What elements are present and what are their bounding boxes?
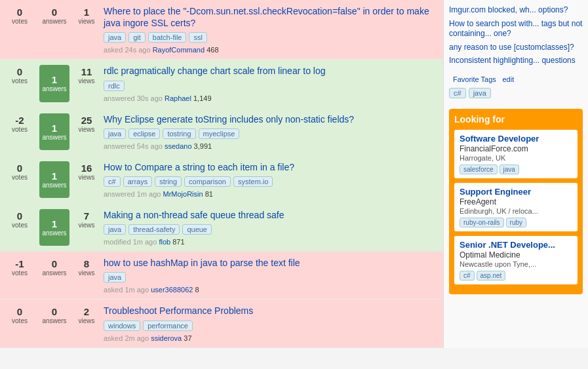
job-tag[interactable]: java [500, 165, 519, 174]
question-meta: modified 1m ago flob 871 [104, 238, 435, 246]
vote-label: votes [12, 222, 28, 229]
related-link[interactable]: Inconsistent highlighting... questions [449, 56, 583, 66]
user-rep: 468 [206, 46, 218, 54]
tag[interactable]: git [128, 32, 146, 43]
vote-stats: 0 votes [4, 209, 35, 246]
vote-count: 0 votes [12, 7, 28, 25]
user-rep: 871 [172, 238, 184, 246]
meta-action: answered 54s ago [104, 142, 165, 150]
vote-count: 0 votes [12, 306, 28, 324]
question-title[interactable]: How to Compare a string to each item in … [104, 161, 435, 173]
question-row: 0 votes 1 answers 16 views How to Compar… [0, 156, 443, 204]
question-title[interactable]: how to use hashMap in java to parse the … [104, 257, 435, 269]
tag[interactable]: java [104, 128, 126, 139]
question-user[interactable]: ssedano [165, 142, 192, 150]
fav-tags-title: Favorite Tags [453, 75, 496, 83]
job-tag[interactable]: asp.net [477, 271, 506, 281]
question-user[interactable]: Raphael [165, 94, 191, 102]
answer-count: 0 [52, 7, 57, 18]
job-item: Senior .NET Develope... Optimal Medicine… [454, 236, 578, 284]
answers-label: answers [42, 182, 66, 189]
job-item: Support Engineer FreeAgent Edinburgh, UK… [454, 183, 578, 231]
tag[interactable]: batch-file [148, 32, 187, 43]
job-tags: c#asp.net [460, 271, 572, 281]
tag[interactable]: ssl [189, 32, 206, 43]
tag[interactable]: thread-safety [128, 224, 180, 235]
question-title[interactable]: rdlc pragmatically change chart scale fr… [104, 65, 435, 77]
views-label: views [78, 77, 94, 85]
job-item: Software Developer FinancialForce.com Ha… [454, 130, 578, 178]
tag[interactable]: windows [104, 320, 140, 331]
tag[interactable]: tostring [163, 128, 195, 139]
views-stat: 11 views [73, 65, 100, 102]
answer-count: 1 [52, 218, 57, 229]
views-number: 1 [84, 7, 89, 18]
job-tag[interactable]: ruby [506, 218, 526, 227]
user-rep: 8 [195, 286, 199, 294]
questions-list: 0 votes 0 answers 1 views Where to place… [0, 0, 444, 348]
tag[interactable]: rdlc [104, 81, 125, 91]
job-tag[interactable]: salesforce [460, 165, 498, 174]
question-user[interactable]: user3688062 [151, 286, 193, 294]
vote-label: votes [12, 269, 28, 277]
answers-label: answers [42, 18, 66, 25]
vote-number: -2 [15, 115, 24, 126]
related-link[interactable]: How to search post with... tags but not … [449, 19, 583, 39]
tag[interactable]: comparison [184, 176, 231, 187]
views-stat: 25 views [73, 113, 100, 150]
user-rep: 3,991 [194, 142, 212, 150]
job-title[interactable]: Senior .NET Develope... [460, 240, 572, 250]
question-title[interactable]: Troubleshoot Performance Problems [104, 305, 435, 317]
views-number: 25 [81, 115, 92, 126]
views-label: views [78, 317, 94, 324]
answers-label: answers [42, 134, 66, 141]
question-title[interactable]: Where to place the "-Dcom.sun.net.ssl.ch… [104, 5, 435, 29]
related-link[interactable]: any reason to use [customclasses]? [449, 43, 583, 53]
vote-label: votes [12, 317, 28, 324]
question-title[interactable]: Why Eclipse generate toString includes o… [104, 113, 435, 125]
answer-badge: 1 answers [39, 113, 69, 150]
favorite-tags-section: Favorite Tags edit c#java [449, 74, 583, 101]
fav-tags-edit[interactable]: edit [502, 75, 514, 83]
user-rep: 37 [184, 334, 191, 342]
related-link[interactable]: Imgur.com blocked, wh... options? [449, 5, 583, 16]
question-row: -2 votes 1 answers 25 views Why Eclipse … [0, 108, 443, 156]
question-user[interactable]: RayofCommand [153, 46, 205, 54]
views-number: 7 [84, 210, 89, 222]
question-user[interactable]: MrMojoRisin [163, 190, 203, 198]
job-location: Newcastle upon Tyne,... [460, 260, 572, 268]
vote-number: 0 [17, 163, 22, 174]
favorite-tag[interactable]: c# [449, 88, 466, 98]
question-content: Where to place the "-Dcom.sun.net.ssl.ch… [100, 5, 439, 54]
question-title[interactable]: Making a non-thread safe queue thread sa… [104, 209, 435, 221]
tag[interactable]: performance [143, 320, 193, 331]
job-tag[interactable]: c# [460, 271, 475, 281]
views-stat: 8 views [73, 257, 100, 294]
views-number: 16 [81, 163, 92, 174]
tag[interactable]: java [104, 224, 126, 235]
tag[interactable]: queue [182, 224, 212, 235]
tag[interactable]: java [104, 272, 126, 282]
question-tags: javaeclipsetostringmyeclipse [104, 128, 435, 139]
tag[interactable]: myeclipse [199, 128, 240, 139]
job-title[interactable]: Support Engineer [460, 187, 572, 197]
tag[interactable]: arrays [123, 176, 153, 187]
tag[interactable]: system.io [233, 176, 273, 187]
job-title[interactable]: Software Developer [460, 134, 572, 144]
question-user[interactable]: flob [159, 238, 170, 246]
tag[interactable]: c# [104, 176, 121, 187]
views-number: 2 [84, 306, 89, 317]
favorite-tag[interactable]: java [469, 88, 491, 98]
views-stat: 2 views [73, 305, 100, 341]
question-meta: answered 1m ago MrMojoRisin 81 [104, 190, 435, 198]
question-row: 0 votes 1 answers 11 views rdlc pragmati… [0, 60, 443, 107]
tag[interactable]: string [155, 176, 182, 187]
views-label: views [78, 269, 94, 277]
question-user[interactable]: ssiderova [151, 334, 182, 342]
vote-number: 0 [17, 7, 22, 18]
tag[interactable]: java [104, 32, 126, 43]
answer-stat: 0 answers [39, 257, 69, 294]
question-meta: asked 1m ago user3688062 8 [104, 286, 435, 294]
job-tag[interactable]: ruby-on-rails [460, 218, 504, 227]
tag[interactable]: eclipse [128, 128, 160, 139]
